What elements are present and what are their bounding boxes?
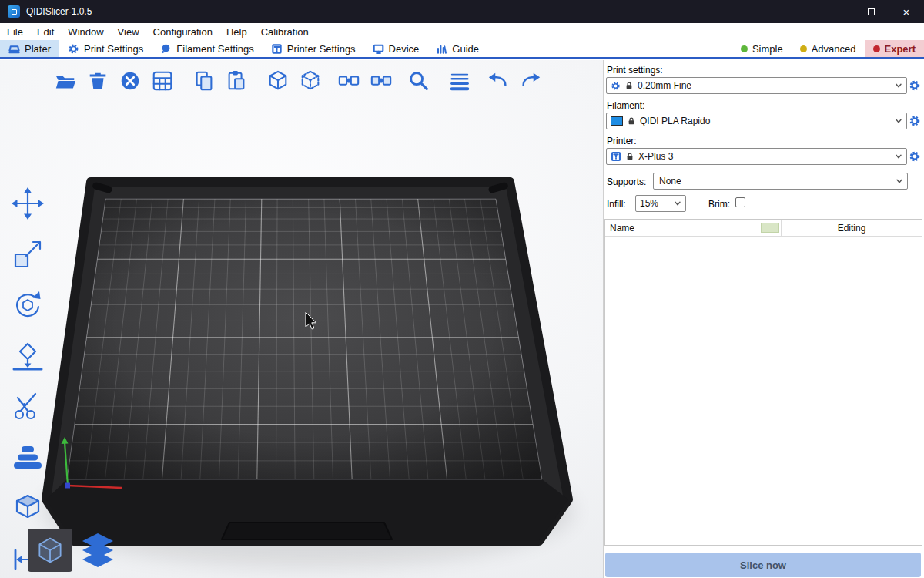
filament-value: QIDI PLA Rapido bbox=[640, 116, 710, 126]
column-name[interactable]: Name bbox=[605, 223, 758, 234]
tab-plater[interactable]: Plater bbox=[0, 40, 59, 57]
gear-icon bbox=[909, 150, 921, 163]
column-extruder[interactable] bbox=[758, 220, 781, 236]
supports-value: None bbox=[658, 176, 681, 187]
undo-button[interactable] bbox=[487, 69, 510, 92]
print-bed bbox=[46, 182, 568, 541]
search-button[interactable] bbox=[407, 69, 430, 92]
move-icon bbox=[11, 187, 45, 220]
maximize-button[interactable] bbox=[853, 0, 889, 23]
split-objects-icon bbox=[337, 69, 360, 92]
delete-all-button[interactable] bbox=[119, 69, 142, 92]
split-objects-button[interactable] bbox=[337, 69, 360, 92]
rotate-tool-button[interactable] bbox=[6, 284, 49, 326]
cut-tool-button[interactable] bbox=[6, 385, 49, 428]
redo-icon bbox=[519, 69, 542, 92]
remove-instance-button[interactable] bbox=[299, 69, 322, 92]
paste-icon bbox=[225, 69, 248, 92]
print-settings-gear-button[interactable] bbox=[909, 79, 921, 92]
plater-icon bbox=[8, 43, 20, 55]
supports-combo[interactable]: None bbox=[653, 173, 908, 190]
chevron-down-icon bbox=[895, 82, 902, 89]
support-paint-icon bbox=[11, 441, 45, 475]
tab-guide[interactable]: Guide bbox=[427, 40, 487, 57]
minimize-button[interactable] bbox=[818, 0, 853, 23]
support-paint-tool-button[interactable] bbox=[6, 436, 49, 479]
gear-icon bbox=[909, 115, 921, 127]
mode-advanced[interactable]: Advanced bbox=[792, 40, 865, 57]
flatten-icon bbox=[11, 339, 45, 373]
rotate-icon bbox=[11, 288, 45, 322]
viewport-3d[interactable] bbox=[0, 60, 603, 578]
view-layers-button[interactable] bbox=[79, 532, 117, 569]
chevron-down-icon bbox=[895, 153, 902, 160]
maximize-icon bbox=[868, 8, 875, 15]
move-tool-button[interactable] bbox=[6, 182, 49, 224]
add-instance-button[interactable] bbox=[266, 69, 290, 92]
chevron-down-icon bbox=[674, 200, 681, 207]
tab-print-settings[interactable]: Print Settings bbox=[59, 40, 152, 57]
close-button[interactable]: × bbox=[889, 0, 924, 23]
chevron-down-icon bbox=[896, 177, 903, 185]
layer-height-button[interactable] bbox=[448, 69, 471, 92]
print-settings-icon bbox=[68, 43, 79, 55]
split-parts-button[interactable] bbox=[370, 69, 393, 92]
view-switch bbox=[28, 529, 117, 572]
tab-printer-settings[interactable]: Printer Settings bbox=[263, 40, 364, 57]
seam-paint-tool-button[interactable] bbox=[6, 487, 49, 529]
infill-combo[interactable]: 15% bbox=[635, 195, 686, 212]
mode-expert[interactable]: Expert bbox=[865, 40, 924, 57]
arrange-button[interactable] bbox=[151, 69, 174, 92]
printer-gear-button[interactable] bbox=[909, 150, 921, 163]
menu-edit[interactable]: Edit bbox=[30, 23, 61, 40]
delete-button[interactable] bbox=[86, 69, 109, 92]
guide-icon bbox=[436, 43, 447, 55]
infill-label: Infill: bbox=[607, 199, 626, 210]
open-button[interactable] bbox=[54, 69, 77, 92]
view-3d-button[interactable] bbox=[28, 529, 72, 572]
object-list[interactable]: Name Editing bbox=[604, 219, 922, 546]
menu-calibration[interactable]: Calibration bbox=[254, 23, 316, 40]
menu-window[interactable]: Window bbox=[61, 23, 110, 40]
scale-tool-button[interactable] bbox=[6, 233, 49, 275]
lock-icon bbox=[625, 152, 634, 161]
menu-view[interactable]: View bbox=[111, 23, 146, 40]
seam-cube-icon bbox=[11, 492, 45, 526]
slice-now-button[interactable]: Slice now bbox=[605, 553, 921, 577]
brim-checkbox[interactable] bbox=[735, 197, 745, 207]
printer-label: Printer: bbox=[607, 136, 637, 146]
delete-all-icon bbox=[119, 69, 142, 92]
infill-value: 15% bbox=[640, 198, 658, 209]
menu-file[interactable]: File bbox=[0, 23, 30, 40]
undo-icon bbox=[487, 69, 510, 92]
print-bed-scene[interactable] bbox=[0, 60, 603, 578]
tab-filament-settings[interactable]: Filament Settings bbox=[152, 40, 262, 57]
filament-combo[interactable]: QIDI PLA Rapido bbox=[606, 113, 907, 129]
bed-front-slot bbox=[222, 523, 392, 539]
tab-bar: Plater Print Settings Filament Settings … bbox=[0, 40, 924, 59]
menu-help[interactable]: Help bbox=[219, 23, 254, 40]
gear-icon bbox=[611, 81, 621, 91]
filament-gear-button[interactable] bbox=[909, 115, 921, 127]
view-3d-cube-icon bbox=[35, 535, 65, 566]
menu-bar: File Edit Window View Configuration Help… bbox=[0, 23, 924, 40]
layers-view-icon bbox=[79, 532, 117, 569]
place-on-face-tool-button[interactable] bbox=[6, 334, 49, 377]
column-editing[interactable]: Editing bbox=[781, 220, 922, 236]
window-title: QIDISlicer-1.0.5 bbox=[26, 6, 92, 17]
device-icon bbox=[373, 43, 384, 55]
mode-simple[interactable]: Simple bbox=[732, 40, 792, 57]
copy-button[interactable] bbox=[192, 69, 216, 92]
split-parts-icon bbox=[370, 69, 393, 92]
copy-icon bbox=[192, 69, 216, 92]
menu-configuration[interactable]: Configuration bbox=[146, 23, 219, 40]
printer-icon bbox=[271, 43, 283, 55]
app-logo-icon bbox=[8, 5, 20, 18]
tab-device[interactable]: Device bbox=[364, 40, 428, 57]
paste-button[interactable] bbox=[225, 69, 248, 92]
folder-open-icon bbox=[54, 69, 77, 92]
printer-combo[interactable]: X-Plus 3 bbox=[606, 148, 907, 165]
brim-label: Brim: bbox=[708, 199, 730, 210]
redo-button[interactable] bbox=[519, 69, 542, 92]
print-settings-combo[interactable]: 0.20mm Fine bbox=[606, 77, 907, 94]
